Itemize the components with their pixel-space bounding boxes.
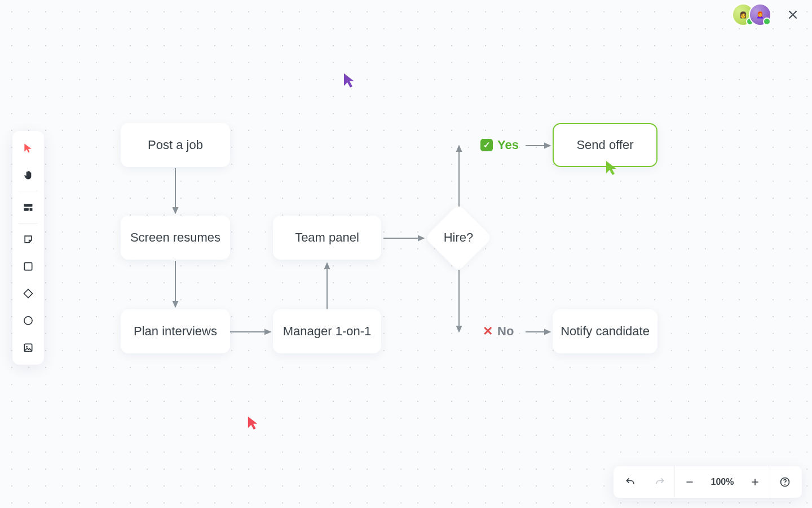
node-manager-1on1[interactable]: Manager 1-on-1 — [273, 309, 381, 353]
help-icon — [779, 476, 791, 488]
node-label: Manager 1-on-1 — [283, 324, 372, 339]
node-label: Plan interviews — [134, 324, 217, 339]
tool-ellipse[interactable] — [16, 308, 41, 333]
zoom-level[interactable]: 100% — [704, 477, 740, 487]
node-plan-interviews[interactable]: Plan interviews — [121, 309, 230, 353]
redo-icon — [654, 476, 665, 488]
remote-cursor-purple — [343, 72, 356, 88]
node-screen-resumes[interactable]: Screen resumes — [121, 216, 230, 260]
node-label: Post a job — [148, 138, 203, 152]
x-icon: ✕ — [483, 324, 493, 339]
tool-rectangle[interactable] — [16, 254, 41, 279]
node-post-job[interactable]: Post a job — [121, 123, 230, 167]
help-button[interactable] — [770, 466, 800, 498]
tool-section[interactable] — [16, 195, 41, 220]
node-label: Team panel — [295, 230, 359, 245]
close-icon — [788, 10, 798, 20]
undo-button[interactable] — [616, 466, 645, 498]
minus-icon — [684, 476, 695, 488]
undo-icon — [625, 476, 636, 488]
node-team-panel[interactable]: Team panel — [273, 216, 381, 260]
tool-sticky[interactable] — [16, 227, 41, 252]
node-notify-candidate[interactable]: Notify candidate — [553, 309, 657, 353]
svg-point-11 — [24, 317, 32, 325]
svg-rect-8 — [24, 208, 29, 211]
local-cursor-red — [247, 415, 259, 430]
svg-point-13 — [26, 346, 28, 348]
tool-select[interactable] — [16, 135, 41, 160]
node-label: Send offer — [576, 138, 633, 152]
branch-text: Yes — [497, 138, 519, 152]
branch-label-no: ✕ No — [483, 324, 514, 339]
tool-image[interactable] — [16, 335, 41, 360]
node-decision-hire[interactable]: Hire? — [429, 208, 488, 268]
zoom-in-button[interactable] — [740, 466, 770, 498]
node-label: Screen resumes — [130, 230, 220, 245]
close-button[interactable] — [783, 5, 803, 25]
check-icon: ✓ — [480, 139, 493, 151]
remote-cursor-green — [605, 160, 619, 176]
tool-hand[interactable] — [16, 163, 41, 187]
zoom-out-button[interactable] — [675, 466, 704, 498]
plus-icon — [749, 476, 761, 488]
node-label: Notify candidate — [561, 324, 650, 339]
presence-dot-icon — [763, 17, 771, 25]
collaborator-avatars[interactable]: 👩 👩‍🦰 — [732, 3, 771, 26]
avatar[interactable]: 👩‍🦰 — [749, 3, 771, 26]
node-label: Hire? — [444, 230, 474, 245]
top-bar: 👩 👩‍🦰 — [732, 3, 806, 26]
shape-toolbar — [12, 131, 44, 365]
svg-rect-10 — [24, 262, 32, 270]
branch-text: No — [497, 324, 514, 339]
svg-point-18 — [784, 484, 785, 485]
view-controls: 100% — [614, 466, 802, 498]
branch-label-yes: ✓ Yes — [480, 138, 519, 152]
svg-rect-9 — [30, 208, 33, 211]
svg-rect-7 — [24, 204, 33, 207]
tool-diamond[interactable] — [16, 281, 41, 306]
redo-button[interactable] — [645, 466, 675, 498]
